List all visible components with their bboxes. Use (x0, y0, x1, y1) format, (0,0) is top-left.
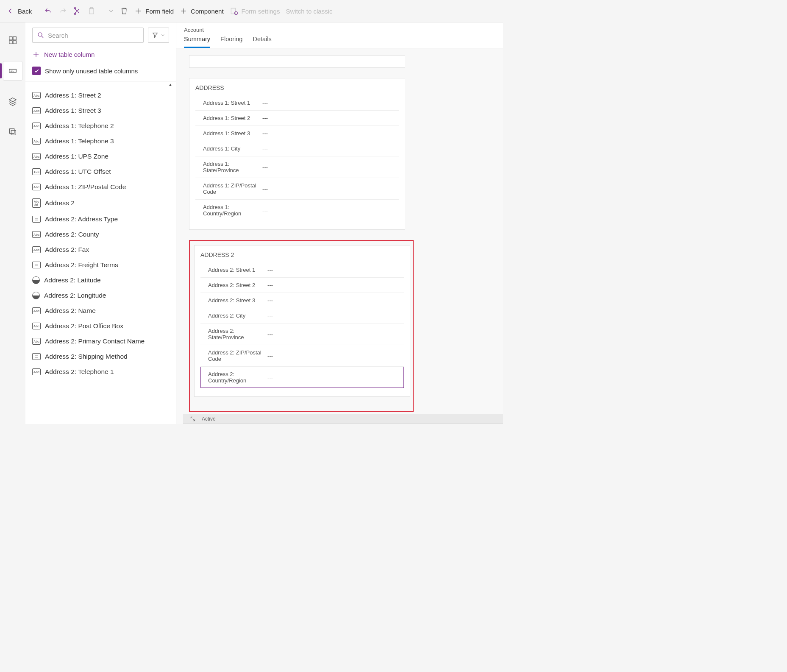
column-item[interactable]: AbcAddress 1: Telephone 3 (25, 134, 176, 149)
column-item[interactable]: Address 2: Latitude (25, 273, 176, 288)
field-value: --- (267, 267, 273, 273)
type-icon: Abcdef (32, 198, 41, 208)
column-item[interactable]: AbcAddress 1: Street 2 (25, 88, 176, 103)
column-item[interactable]: AbcAddress 2: Telephone 1 (25, 364, 176, 379)
field-value: --- (262, 164, 268, 170)
search-input[interactable] (32, 28, 144, 43)
search-field[interactable] (48, 32, 139, 39)
components-tool-button[interactable] (3, 31, 22, 50)
field-row[interactable]: Address 2: City--- (200, 308, 404, 323)
redo-button[interactable] (58, 7, 67, 15)
cut-button[interactable] (73, 7, 81, 15)
column-item[interactable]: AbcdefAddress 2 (25, 195, 176, 212)
field-label: Address 2: Street 1 (208, 267, 267, 273)
dropdown-caret-button[interactable] (108, 8, 114, 14)
field-row[interactable]: Address 1: Street 1--- (195, 95, 399, 111)
column-item[interactable]: AbcAddress 2: Fax (25, 242, 176, 257)
field-value: --- (267, 312, 273, 319)
field-row[interactable]: Address 2: Street 1--- (200, 262, 404, 278)
column-item[interactable]: AbcAddress 1: Telephone 2 (25, 118, 176, 134)
field-row[interactable]: Address 1: City--- (195, 141, 399, 156)
field-value: --- (262, 100, 268, 106)
type-icon (32, 353, 41, 360)
add-component-button[interactable]: Component (180, 7, 224, 15)
paste-button[interactable] (87, 7, 96, 15)
undo-button[interactable] (44, 7, 53, 15)
field-label: Address 2: Country/Region (208, 371, 267, 384)
section-card[interactable]: ADDRESSAddress 1: Street 1---Address 1: … (189, 78, 405, 230)
column-label: Address 2: Address Type (45, 215, 118, 223)
field-row[interactable]: Address 2: Street 3--- (200, 293, 404, 308)
field-value: --- (262, 145, 268, 152)
column-label: Address 2: Shipping Method (45, 353, 128, 360)
svg-rect-6 (9, 41, 12, 44)
field-row[interactable]: Address 2: ZIP/Postal Code--- (200, 345, 404, 367)
column-item[interactable]: AbcAddress 2: Primary Contact Name (25, 334, 176, 349)
column-item[interactable]: Address 2: Address Type (25, 212, 176, 227)
field-row[interactable]: Address 1: State/Province--- (195, 156, 399, 178)
delete-button[interactable] (120, 7, 128, 15)
column-item[interactable]: Address 2: Freight Terms (25, 257, 176, 273)
add-form-field-button[interactable]: Form field (134, 7, 174, 15)
column-item[interactable]: AbcAddress 2: Post Office Box (25, 318, 176, 334)
show-unused-checkbox[interactable]: Show only unused table columns (25, 62, 176, 81)
svg-point-12 (38, 33, 42, 36)
column-label: Address 1: Street 3 (45, 107, 101, 114)
section-title: ADDRESS (189, 84, 405, 95)
column-item[interactable]: AbcAddress 1: UPS Zone (25, 149, 176, 164)
column-item[interactable]: AbcAddress 1: ZIP/Postal Code (25, 179, 176, 195)
column-item[interactable]: AbcAddress 1: Street 3 (25, 103, 176, 118)
field-row[interactable]: Address 1: ZIP/Postal Code--- (195, 178, 399, 200)
type-icon: Abc (32, 246, 41, 253)
field-row[interactable]: Address 2: State/Province--- (200, 323, 404, 345)
field-label: Address 2: ZIP/Postal Code (208, 349, 267, 362)
back-button[interactable]: Back (6, 7, 32, 15)
tab-flooring[interactable]: Flooring (220, 36, 242, 48)
columns-tool-button[interactable]: Abc (3, 61, 22, 80)
column-item[interactable]: Address 2: Longitude (25, 288, 176, 303)
tab-summary[interactable]: Summary (184, 36, 210, 48)
column-label: Address 1: ZIP/Postal Code (45, 183, 126, 191)
field-row[interactable]: Address 1: Country/Region--- (195, 200, 399, 221)
section-card[interactable]: ADDRESS 2Address 2: Street 1---Address 2… (194, 245, 410, 397)
field-value: --- (267, 282, 273, 288)
svg-point-3 (234, 12, 237, 15)
divider (38, 5, 38, 17)
field-value: --- (262, 115, 268, 121)
column-item[interactable]: AbcAddress 2: County (25, 227, 176, 242)
type-icon: Abc (32, 338, 41, 345)
column-item[interactable]: 123Address 1: UTC Offset (25, 164, 176, 179)
tree-tool-button[interactable] (3, 123, 22, 141)
trash-icon (120, 7, 128, 15)
type-icon: Abc (32, 184, 41, 190)
field-row[interactable]: Address 1: Street 2--- (195, 111, 399, 126)
canvas-body[interactable]: ADDRESSAddress 1: Street 1---Address 1: … (176, 48, 503, 424)
tab-details[interactable]: Details (253, 36, 271, 48)
column-list[interactable]: ▲ AbcAddress 1: Street 2AbcAddress 1: St… (25, 81, 176, 424)
filter-button[interactable] (148, 28, 169, 43)
field-value: --- (267, 374, 273, 381)
new-table-column-button[interactable]: New table column (25, 46, 176, 62)
section-card[interactable] (189, 55, 405, 68)
column-label: Address 2: Primary Contact Name (45, 337, 145, 345)
field-row[interactable]: Address 2: Street 2--- (200, 278, 404, 293)
column-label: Address 2: Freight Terms (45, 261, 118, 269)
field-row[interactable]: Address 1: Street 3--- (195, 126, 399, 141)
column-item[interactable]: AbcAddress 2: Name (25, 303, 176, 318)
switch-classic-button[interactable]: Switch to classic (286, 8, 332, 15)
status-text: Active (202, 416, 216, 422)
redo-icon (58, 7, 67, 15)
expand-icon[interactable] (190, 416, 196, 422)
svg-rect-7 (13, 41, 16, 44)
column-label: Address 1: UTC Offset (45, 168, 111, 176)
type-icon: Abc (32, 123, 41, 129)
field-label: Address 2: Street 2 (208, 282, 267, 288)
scroll-up-arrow[interactable]: ▲ (25, 81, 176, 88)
type-icon (32, 292, 40, 299)
column-item[interactable]: Address 2: Shipping Method (25, 349, 176, 364)
column-label: Address 2: Fax (45, 246, 89, 254)
form-settings-button[interactable]: Form settings (230, 7, 280, 15)
field-row[interactable]: Address 2: Country/Region--- (200, 367, 404, 388)
plus-icon (32, 50, 40, 58)
layers-tool-button[interactable] (3, 92, 22, 111)
